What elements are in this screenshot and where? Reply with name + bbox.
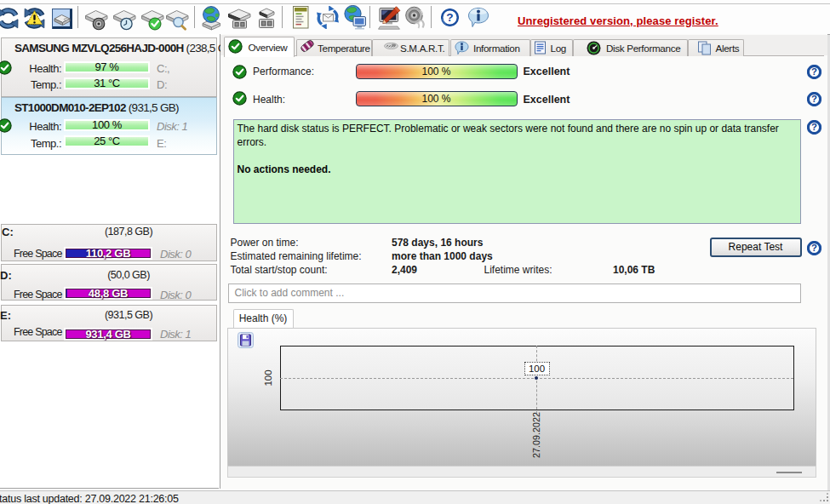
svg-text:?: ?: [811, 94, 817, 104]
svg-text:?: ?: [811, 66, 817, 77]
svg-text:?: ?: [811, 122, 817, 132]
svg-text:?: ?: [446, 11, 453, 24]
svg-text:?: ?: [811, 243, 817, 253]
